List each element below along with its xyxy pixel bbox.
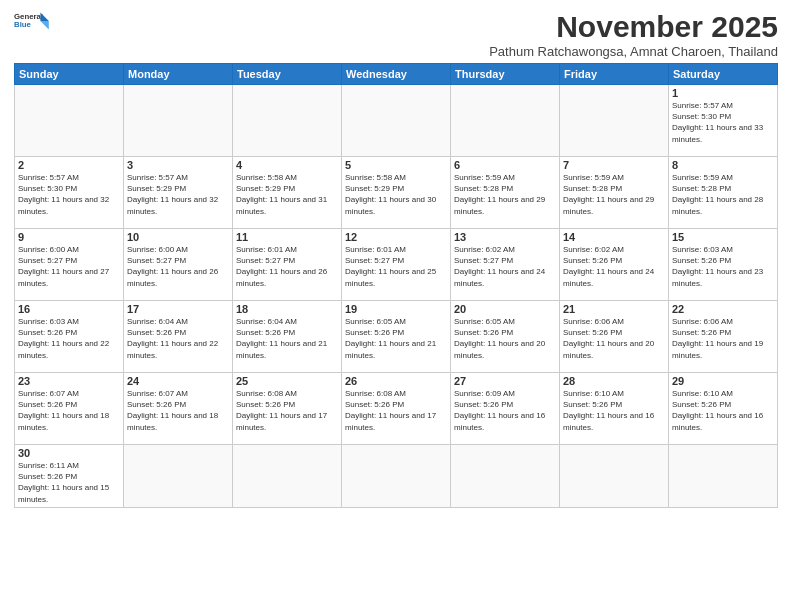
calendar-table: Sunday Monday Tuesday Wednesday Thursday… <box>14 63 778 508</box>
empty-cell <box>233 445 342 508</box>
page: General Blue November 2025 Pathum Ratcha… <box>0 0 792 612</box>
day-12: 12 Sunrise: 6:01 AM Sunset: 5:27 PM Dayl… <box>342 229 451 301</box>
svg-marker-3 <box>40 21 48 29</box>
day-25: 25 Sunrise: 6:08 AM Sunset: 5:26 PM Dayl… <box>233 373 342 445</box>
week-row-4: 16 Sunrise: 6:03 AM Sunset: 5:26 PM Dayl… <box>15 301 778 373</box>
empty-cell <box>560 445 669 508</box>
week-row-3: 9 Sunrise: 6:00 AM Sunset: 5:27 PM Dayli… <box>15 229 778 301</box>
empty-cell <box>342 445 451 508</box>
svg-text:Blue: Blue <box>14 20 32 29</box>
week-row-5: 23 Sunrise: 6:07 AM Sunset: 5:26 PM Dayl… <box>15 373 778 445</box>
logo-area: General Blue <box>14 10 50 32</box>
header-friday: Friday <box>560 64 669 85</box>
empty-cell <box>560 85 669 157</box>
day-5: 5 Sunrise: 5:58 AM Sunset: 5:29 PM Dayli… <box>342 157 451 229</box>
header-saturday: Saturday <box>669 64 778 85</box>
day-24: 24 Sunrise: 6:07 AM Sunset: 5:26 PM Dayl… <box>124 373 233 445</box>
empty-cell <box>124 85 233 157</box>
day-20: 20 Sunrise: 6:05 AM Sunset: 5:26 PM Dayl… <box>451 301 560 373</box>
day-13: 13 Sunrise: 6:02 AM Sunset: 5:27 PM Dayl… <box>451 229 560 301</box>
header-sunday: Sunday <box>15 64 124 85</box>
day-3: 3 Sunrise: 5:57 AM Sunset: 5:29 PM Dayli… <box>124 157 233 229</box>
month-title: November 2025 <box>489 10 778 43</box>
weekday-header-row: Sunday Monday Tuesday Wednesday Thursday… <box>15 64 778 85</box>
empty-cell <box>124 445 233 508</box>
day-19: 19 Sunrise: 6:05 AM Sunset: 5:26 PM Dayl… <box>342 301 451 373</box>
day-23: 23 Sunrise: 6:07 AM Sunset: 5:26 PM Dayl… <box>15 373 124 445</box>
day-4: 4 Sunrise: 5:58 AM Sunset: 5:29 PM Dayli… <box>233 157 342 229</box>
day-28: 28 Sunrise: 6:10 AM Sunset: 5:26 PM Dayl… <box>560 373 669 445</box>
svg-marker-2 <box>40 13 48 21</box>
day-1: 1 Sunrise: 5:57 AM Sunset: 5:30 PM Dayli… <box>669 85 778 157</box>
week-row-2: 2 Sunrise: 5:57 AM Sunset: 5:30 PM Dayli… <box>15 157 778 229</box>
day-30: 30 Sunrise: 6:11 AM Sunset: 5:26 PM Dayl… <box>15 445 124 508</box>
week-row-1: 1 Sunrise: 5:57 AM Sunset: 5:30 PM Dayli… <box>15 85 778 157</box>
empty-cell <box>451 445 560 508</box>
day-8: 8 Sunrise: 5:59 AM Sunset: 5:28 PM Dayli… <box>669 157 778 229</box>
day-21: 21 Sunrise: 6:06 AM Sunset: 5:26 PM Dayl… <box>560 301 669 373</box>
day-9: 9 Sunrise: 6:00 AM Sunset: 5:27 PM Dayli… <box>15 229 124 301</box>
empty-cell <box>451 85 560 157</box>
week-row-6: 30 Sunrise: 6:11 AM Sunset: 5:26 PM Dayl… <box>15 445 778 508</box>
day-6: 6 Sunrise: 5:59 AM Sunset: 5:28 PM Dayli… <box>451 157 560 229</box>
day-27: 27 Sunrise: 6:09 AM Sunset: 5:26 PM Dayl… <box>451 373 560 445</box>
header-wednesday: Wednesday <box>342 64 451 85</box>
day-7: 7 Sunrise: 5:59 AM Sunset: 5:28 PM Dayli… <box>560 157 669 229</box>
day-22: 22 Sunrise: 6:06 AM Sunset: 5:26 PM Dayl… <box>669 301 778 373</box>
day-16: 16 Sunrise: 6:03 AM Sunset: 5:26 PM Dayl… <box>15 301 124 373</box>
empty-cell <box>233 85 342 157</box>
day-29: 29 Sunrise: 6:10 AM Sunset: 5:26 PM Dayl… <box>669 373 778 445</box>
day-2: 2 Sunrise: 5:57 AM Sunset: 5:30 PM Dayli… <box>15 157 124 229</box>
day-10: 10 Sunrise: 6:00 AM Sunset: 5:27 PM Dayl… <box>124 229 233 301</box>
day-26: 26 Sunrise: 6:08 AM Sunset: 5:26 PM Dayl… <box>342 373 451 445</box>
subtitle: Pathum Ratchawongsa, Amnat Charoen, Thai… <box>489 44 778 59</box>
empty-cell <box>15 85 124 157</box>
header-tuesday: Tuesday <box>233 64 342 85</box>
svg-text:General: General <box>14 12 43 21</box>
empty-cell <box>342 85 451 157</box>
day-18: 18 Sunrise: 6:04 AM Sunset: 5:26 PM Dayl… <box>233 301 342 373</box>
header-thursday: Thursday <box>451 64 560 85</box>
day-15: 15 Sunrise: 6:03 AM Sunset: 5:26 PM Dayl… <box>669 229 778 301</box>
title-area: November 2025 Pathum Ratchawongsa, Amnat… <box>489 10 778 59</box>
empty-cell <box>669 445 778 508</box>
day-11: 11 Sunrise: 6:01 AM Sunset: 5:27 PM Dayl… <box>233 229 342 301</box>
day-14: 14 Sunrise: 6:02 AM Sunset: 5:26 PM Dayl… <box>560 229 669 301</box>
header: General Blue November 2025 Pathum Ratcha… <box>14 10 778 59</box>
day-17: 17 Sunrise: 6:04 AM Sunset: 5:26 PM Dayl… <box>124 301 233 373</box>
header-monday: Monday <box>124 64 233 85</box>
logo-icon: General Blue <box>14 10 50 32</box>
